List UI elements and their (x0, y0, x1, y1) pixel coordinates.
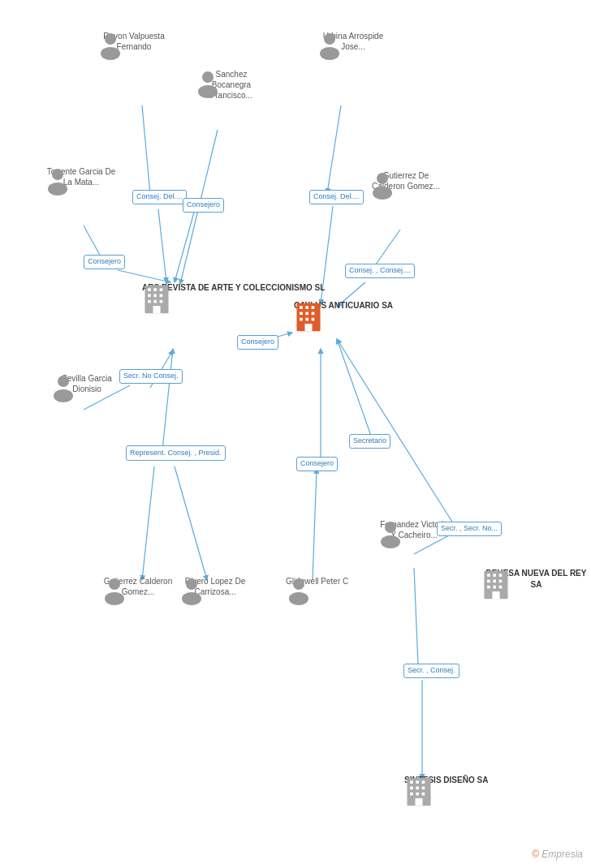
svg-rect-44 (148, 288, 151, 291)
svg-rect-46 (160, 288, 163, 291)
svg-rect-80 (410, 787, 413, 790)
person-icon-sevilla (50, 373, 76, 402)
svg-rect-86 (415, 798, 422, 806)
node-rivero[interactable]: Rivero Lopez De Carrizosa... (179, 576, 252, 597)
svg-point-30 (48, 183, 67, 196)
svg-rect-83 (410, 793, 413, 796)
svg-line-8 (373, 230, 400, 268)
node-sevilla[interactable]: Sevilla Garcia Dionisio (50, 373, 123, 394)
svg-point-29 (52, 169, 63, 180)
node-caylus[interactable]: CAYLUS ANTICUARIO SA (294, 300, 393, 312)
svg-rect-72 (487, 586, 490, 589)
svg-line-15 (175, 466, 207, 580)
badge-consejero-2[interactable]: Consejero (84, 255, 125, 269)
person-icon-gutierrez-calderon (101, 576, 127, 605)
badge-represent-presid[interactable]: Represent. Consej. , Presid. (126, 445, 226, 461)
svg-line-16 (313, 469, 317, 580)
node-torrente[interactable]: Torrente Garcia De La Mata... (45, 166, 118, 187)
person-icon-gutierrez-de-calderon (369, 170, 395, 200)
svg-point-25 (202, 71, 214, 83)
badge-consej-del-2[interactable]: Consej. Del.... (309, 190, 364, 204)
person-icon-rayon (97, 31, 123, 60)
badge-consejero-1[interactable]: Consejero (183, 198, 224, 213)
badge-consejero-4[interactable]: Consejero (296, 457, 338, 471)
svg-point-39 (293, 578, 304, 590)
person-icon-sanchez (195, 69, 221, 98)
svg-rect-58 (300, 312, 303, 316)
svg-rect-55 (300, 306, 303, 309)
badge-secr-consej[interactable]: Secr. , Consej. (403, 664, 459, 678)
svg-line-6 (327, 105, 341, 193)
person-icon-glidewell (286, 576, 312, 605)
svg-point-31 (377, 173, 388, 184)
badge-consejero-3[interactable]: Consejero (237, 335, 278, 350)
svg-rect-45 (153, 288, 157, 291)
svg-point-38 (182, 592, 201, 605)
building-icon-ars (142, 282, 171, 315)
node-gutierrez-de-calderon[interactable]: Gutierrez De Calderon Gomez... (369, 170, 442, 191)
svg-rect-85 (422, 793, 425, 796)
svg-line-4 (84, 226, 101, 258)
badge-consej-del-1[interactable]: Consej. Del.... (132, 190, 187, 204)
svg-rect-60 (312, 312, 315, 316)
svg-rect-68 (499, 574, 503, 577)
building-icon-dehesa (481, 568, 511, 600)
node-sintesis[interactable]: SINTESIS DISEÑO SA (404, 775, 488, 786)
svg-point-24 (101, 47, 120, 60)
svg-point-32 (373, 187, 392, 200)
building-icon-caylus (294, 300, 323, 333)
svg-rect-48 (153, 294, 157, 298)
svg-rect-69 (487, 580, 490, 583)
svg-line-14 (142, 466, 154, 580)
svg-rect-61 (300, 318, 303, 321)
svg-rect-73 (493, 586, 496, 589)
svg-line-13 (162, 349, 173, 450)
svg-rect-84 (416, 793, 419, 796)
node-dehesa[interactable]: DEHESA NUEVA DEL REY SA (481, 568, 591, 591)
diagram: Rayon Valpuesta Fernando Sanchez Bocaneg… (0, 0, 591, 868)
svg-rect-66 (487, 574, 490, 577)
connection-lines (0, 0, 591, 868)
svg-line-21 (414, 568, 418, 665)
svg-point-35 (109, 578, 120, 590)
svg-rect-63 (312, 318, 315, 321)
svg-line-5 (118, 270, 170, 282)
badge-secr-secr-no[interactable]: Secr. , Secr. No... (437, 522, 502, 536)
svg-rect-59 (305, 312, 308, 316)
svg-line-20 (337, 339, 455, 526)
svg-rect-78 (416, 780, 419, 784)
svg-rect-81 (416, 787, 419, 790)
node-glidewell[interactable]: Glidewell Peter C (286, 576, 348, 587)
badge-secr-no-consej[interactable]: Secr. No Consej. (119, 369, 183, 384)
svg-rect-51 (153, 300, 157, 303)
badge-secretario[interactable]: Secretario (349, 434, 390, 449)
node-gutierrez-calderon[interactable]: Gutierrez Calderon Gomez... (101, 576, 175, 597)
svg-rect-82 (422, 787, 425, 790)
svg-rect-52 (160, 300, 163, 303)
person-icon-urbina (317, 31, 343, 60)
svg-point-33 (58, 376, 69, 387)
node-urbina[interactable]: Urbina Arrospide Jose... (317, 31, 390, 52)
svg-point-37 (186, 578, 197, 590)
svg-rect-62 (305, 318, 308, 321)
svg-point-26 (198, 85, 218, 98)
node-sanchez[interactable]: Sanchez Bocanegra Francisco... (195, 69, 268, 101)
svg-line-3 (175, 209, 195, 282)
svg-rect-57 (312, 306, 315, 309)
svg-point-27 (324, 33, 335, 45)
svg-line-18 (337, 339, 372, 438)
svg-point-23 (105, 33, 116, 45)
svg-rect-74 (499, 586, 503, 589)
svg-rect-47 (148, 294, 151, 298)
svg-rect-75 (492, 591, 499, 599)
svg-point-28 (320, 47, 339, 60)
svg-point-42 (381, 535, 400, 548)
svg-point-36 (105, 592, 124, 605)
svg-rect-56 (305, 306, 308, 309)
node-ars[interactable]: ARS REVISTA DE ARTE Y COLECCIONISMO SL (142, 282, 325, 294)
node-rayon[interactable]: Rayon Valpuesta Fernando (97, 31, 170, 52)
building-icon-sintesis (404, 775, 434, 807)
svg-rect-70 (493, 580, 496, 583)
watermark: © Empresia (532, 849, 583, 860)
badge-consej-consej-1[interactable]: Consej. , Consej.... (345, 264, 415, 278)
